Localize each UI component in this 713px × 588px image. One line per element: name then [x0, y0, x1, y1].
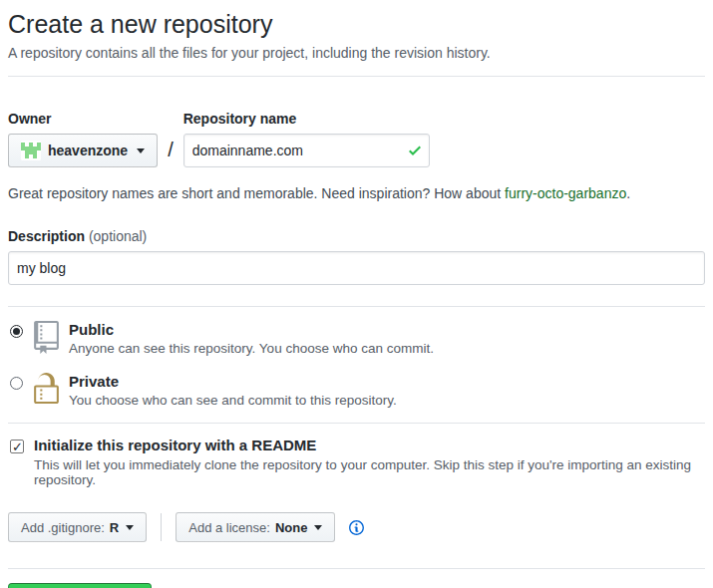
valid-check-icon: [408, 143, 422, 161]
readme-option[interactable]: Initialize this repository with a README: [8, 437, 705, 453]
hint-period: .: [626, 185, 630, 201]
divider: [8, 306, 705, 307]
description-label-text: Description: [8, 228, 85, 244]
gitignore-selected-value: R: [110, 520, 119, 535]
owner-group: Owner heavenzone: [8, 111, 158, 167]
readme-label: Initialize this repository with a README: [34, 437, 316, 453]
name-suggestion-link[interactable]: furry-octo-garbanzo: [505, 185, 626, 201]
public-label: Public: [69, 321, 434, 338]
chevron-down-icon: [137, 148, 145, 153]
private-radio[interactable]: [10, 377, 23, 390]
page-title: Create a new repository: [8, 10, 705, 39]
lock-icon: [23, 371, 69, 409]
repo-name-hint: Great repository names are short and mem…: [8, 185, 705, 201]
repo-name-input[interactable]: [183, 134, 430, 167]
gitignore-button-label: Add .gitignore:: [21, 520, 105, 535]
description-optional-text: (optional): [89, 228, 147, 244]
owner-menu-button[interactable]: heavenzone: [8, 134, 158, 167]
private-label: Private: [69, 373, 397, 390]
create-repository-button[interactable]: Create repository: [8, 583, 152, 588]
description-input[interactable]: [8, 251, 705, 285]
private-note: You choose who can see and commit to thi…: [69, 393, 397, 408]
divider: [8, 568, 705, 569]
owner-name: heavenzone: [48, 143, 128, 158]
visibility-option-public[interactable]: Public Anyone can see this repository. Y…: [8, 319, 705, 357]
add-license-button[interactable]: Add a license: None: [176, 512, 335, 542]
chevron-down-icon: [314, 525, 322, 530]
owner-label: Owner: [8, 111, 158, 127]
public-option-text: Public Anyone can see this repository. Y…: [69, 319, 434, 356]
readme-note: This will let you immediately clone the …: [34, 457, 705, 487]
visibility-option-private[interactable]: Private You choose who can see and commi…: [8, 371, 705, 409]
license-selected-value: None: [275, 520, 308, 535]
divider: [8, 76, 705, 77]
public-radio[interactable]: [10, 325, 23, 338]
license-button-label: Add a license:: [188, 520, 270, 535]
repo-book-icon: [23, 319, 69, 357]
public-note: Anyone can see this repository. You choo…: [69, 341, 434, 356]
page-subtitle: A repository contains all the files for …: [8, 45, 705, 61]
readme-checkbox[interactable]: [10, 440, 24, 453]
create-repository-page: Create a new repository A repository con…: [0, 0, 713, 588]
private-option-text: Private You choose who can see and commi…: [69, 371, 397, 408]
owner-avatar: [21, 141, 41, 160]
divider: [8, 423, 705, 424]
repo-name-row: Owner heavenzone /: [8, 111, 705, 167]
info-icon[interactable]: [348, 519, 365, 536]
owner-repo-separator: /: [158, 139, 183, 167]
description-label: Description (optional): [8, 228, 705, 244]
repo-name-input-wrap: [183, 134, 430, 167]
vertical-divider: [161, 513, 162, 541]
chevron-down-icon: [126, 525, 134, 530]
hint-text: Great repository names are short and mem…: [8, 185, 505, 201]
repo-name-label: Repository name: [183, 111, 430, 127]
repo-options-row: Add .gitignore: R Add a license: None: [8, 512, 705, 542]
repo-name-group: Repository name: [183, 111, 430, 167]
add-gitignore-button[interactable]: Add .gitignore: R: [8, 512, 147, 542]
identicon-image: [21, 141, 41, 160]
